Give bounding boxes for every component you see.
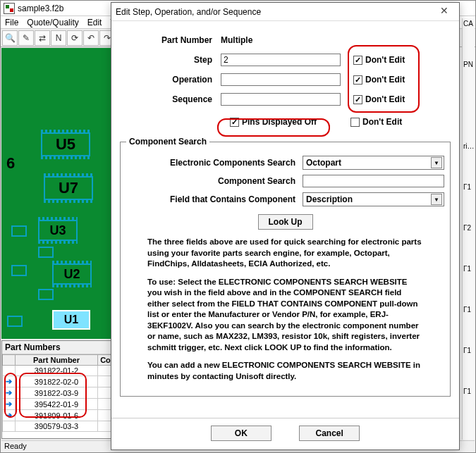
component-u6[interactable]: 6 (1, 151, 21, 176)
tool-swap-icon[interactable]: ⇄ (35, 30, 50, 46)
pcb-viewport[interactable]: U5 6 U7 U3 U2 U1 (1, 48, 114, 339)
lookup-button[interactable]: Look Up (258, 214, 313, 230)
dont-edit-operation[interactable]: Don't Edit (353, 75, 405, 85)
operation-label: Operation (118, 75, 221, 85)
part-numbers-title: Part Numbers (2, 341, 114, 354)
field-contains-value: Description (306, 194, 353, 204)
main-title: sample3.f2b (18, 4, 63, 13)
tool-zoom-icon[interactable]: 🔍 (2, 30, 18, 46)
field-contains-dropdown[interactable]: Description ▼ (303, 192, 444, 206)
component-u2[interactable]: U2 (52, 263, 92, 285)
component-search-group: Component Search Electronic Components S… (120, 137, 451, 397)
status-text: Ready (4, 442, 27, 450)
sequence-input[interactable] (221, 93, 341, 106)
right-fragment-text: PN (463, 61, 474, 101)
checkbox-icon[interactable] (350, 118, 360, 127)
dialog-title: Edit Step, Operation, and/or Sequence (116, 7, 261, 17)
close-icon[interactable]: ✕ (434, 5, 455, 19)
right-fragment-text: CA (463, 20, 474, 61)
checkbox-icon[interactable] (230, 118, 239, 127)
small-component[interactable] (38, 289, 54, 300)
part-numbers-panel: Part Numbers Part Number Co 391822-01-2➔… (1, 340, 114, 439)
right-fragment-text: Г2 (463, 224, 474, 265)
menu-file[interactable]: File (5, 18, 18, 27)
step-label: Step (118, 55, 221, 65)
table-row[interactable]: 391822-01-2 (3, 366, 114, 376)
step-input[interactable] (221, 54, 341, 66)
checkbox-icon[interactable] (353, 56, 362, 65)
right-fragment-text: Г1 (463, 387, 474, 428)
component-u7[interactable]: U7 (44, 176, 93, 200)
chevron-down-icon[interactable]: ▼ (431, 194, 442, 205)
right-fragment-text: Г1 (463, 265, 474, 306)
ok-button[interactable]: OK (211, 426, 271, 441)
operation-input[interactable] (221, 73, 341, 86)
part-number-value: Multiple (221, 35, 252, 45)
row-part-number: 391822-02-0 (16, 376, 98, 387)
app-icon (4, 3, 15, 14)
row-part-number: 391822-01-2 (16, 366, 98, 376)
part-numbers-table: Part Number Co 391822-01-2➔391822-02-0➔3… (2, 354, 114, 432)
dialog-titlebar[interactable]: Edit Step, Operation, and/or Sequence ✕ (111, 3, 459, 21)
tool-undo-icon[interactable]: ↶ (83, 30, 99, 46)
small-component[interactable] (38, 247, 54, 258)
table-row[interactable]: ➔391822-03-9 (3, 387, 114, 399)
dont-edit-pins[interactable]: Don't Edit (350, 117, 402, 127)
cancel-button[interactable]: Cancel (299, 426, 360, 441)
component-u5[interactable]: U5 (41, 132, 90, 156)
ecs-dropdown[interactable]: Octopart ▼ (303, 156, 444, 170)
row-part-number: 391822-03-9 (16, 387, 98, 399)
checkbox-icon[interactable] (353, 75, 362, 85)
component-u1-selected[interactable]: U1 (52, 310, 90, 330)
right-fragment-text: Г1 (463, 347, 474, 387)
right-panel-fragment: CAPNri…Г1Г2Г1Г1Г1Г1 (462, 18, 475, 440)
table-row[interactable]: ➔391809-01-6 (3, 410, 114, 421)
col-arrow[interactable] (3, 355, 16, 366)
right-fragment-text (463, 101, 474, 142)
menu-edit[interactable]: Edit (87, 18, 102, 27)
row-part-number: 391809-01-6 (16, 410, 98, 421)
table-row[interactable]: 390579-03-3 (3, 421, 114, 432)
part-number-label: Part Number (118, 35, 221, 45)
ecs-label: Electronic Components Search (126, 158, 303, 168)
tool-edit-icon[interactable]: ✎ (18, 30, 34, 46)
row-arrow-icon: ➔ (3, 399, 16, 410)
right-fragment-text: ri… (463, 142, 474, 183)
row-arrow-icon: ➔ (3, 387, 16, 399)
row-part-number: 390579-03-3 (16, 421, 98, 432)
tool-refresh-icon[interactable]: ⟳ (67, 30, 83, 46)
sequence-label: Sequence (118, 94, 221, 104)
pins-displayed-off[interactable]: Pins Displayed Off (230, 117, 317, 127)
dont-edit-sequence[interactable]: Don't Edit (353, 94, 405, 104)
dialog-body: Part Number Multiple Step Don't Edit Ope… (111, 21, 459, 418)
component-u3[interactable]: U3 (38, 220, 78, 241)
dialog-button-row: OK Cancel (111, 418, 459, 449)
small-component[interactable] (11, 225, 27, 237)
checkbox-icon[interactable] (353, 95, 362, 104)
col-part-number[interactable]: Part Number (16, 355, 98, 366)
right-fragment-text: Г1 (463, 306, 474, 347)
edit-step-dialog: Edit Step, Operation, and/or Sequence ✕ … (111, 2, 460, 450)
row-arrow-icon (3, 366, 16, 376)
right-fragment-text: Г1 (463, 183, 474, 224)
chevron-down-icon[interactable]: ▼ (431, 157, 442, 168)
component-search-label: Component Search (126, 176, 303, 186)
component-search-legend: Component Search (126, 137, 209, 147)
dont-edit-step[interactable]: Don't Edit (353, 55, 405, 65)
small-component[interactable] (11, 265, 27, 276)
row-part-number: 395422-01-9 (16, 399, 98, 410)
component-search-input[interactable] (303, 175, 444, 187)
menu-quote[interactable]: Quote/Quality (27, 18, 78, 27)
row-arrow-icon: ➔ (3, 410, 16, 421)
tool-n-icon[interactable]: N (51, 30, 66, 46)
small-component[interactable] (7, 316, 23, 327)
table-row[interactable]: ➔395422-01-9 (3, 399, 114, 410)
table-row[interactable]: ➔391822-02-0 (3, 376, 114, 387)
row-arrow-icon (3, 421, 16, 432)
info-text: The three fields above are used for quic… (147, 237, 423, 382)
ecs-value: Octopart (306, 158, 341, 168)
row-arrow-icon: ➔ (3, 376, 16, 387)
field-contains-label: Field that Contains Component (126, 194, 303, 204)
